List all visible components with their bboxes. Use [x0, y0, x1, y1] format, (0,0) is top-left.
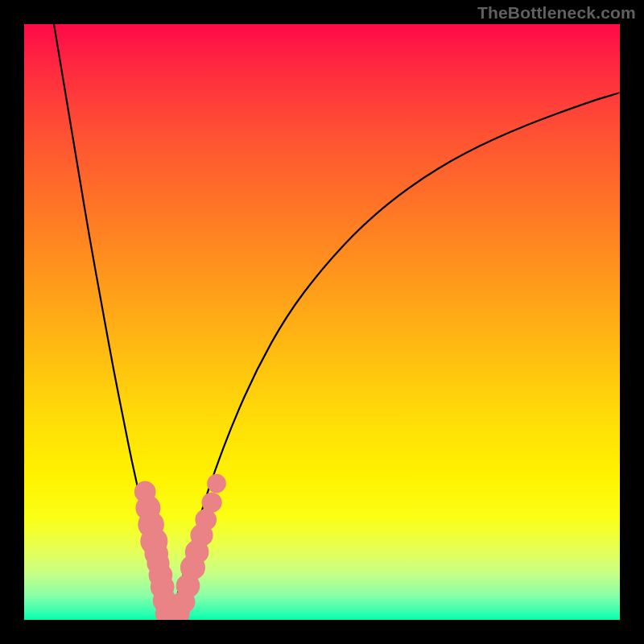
- data-marker: [202, 493, 222, 513]
- data-markers: [134, 474, 226, 620]
- watermark-text: TheBottleneck.com: [477, 3, 636, 23]
- plot-area: [24, 24, 620, 620]
- chart-svg: [24, 24, 620, 620]
- right-branch-curve: [170, 93, 620, 615]
- chart-frame: TheBottleneck.com: [0, 0, 644, 644]
- data-marker: [207, 474, 226, 493]
